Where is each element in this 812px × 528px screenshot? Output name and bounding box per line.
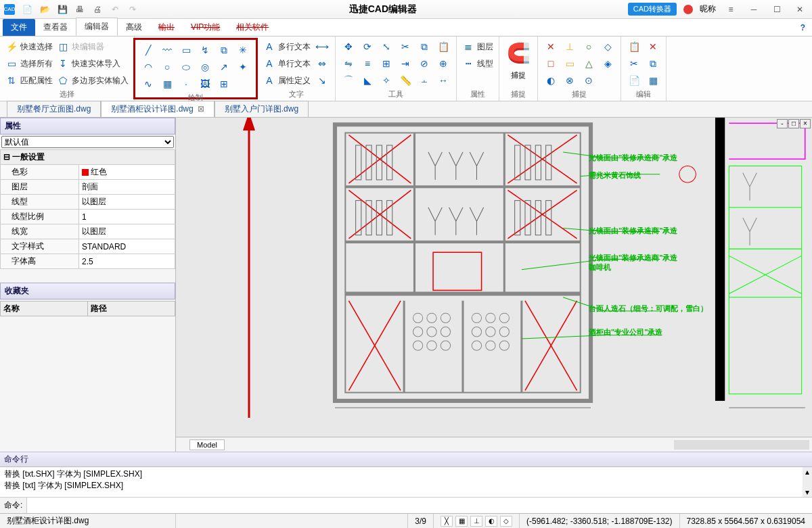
dim-icon[interactable]: ⟷ xyxy=(315,39,330,54)
print-icon[interactable]: 🖨 xyxy=(92,4,103,15)
dwg-tab-0[interactable]: 别墅餐厅立面图.dwg xyxy=(7,101,101,117)
mtext-button[interactable]: A多行文本 xyxy=(263,39,311,54)
fav-col-path[interactable]: 路径 xyxy=(88,302,175,316)
menu-file[interactable]: 文件 xyxy=(3,19,35,36)
canvas-min-icon[interactable]: - xyxy=(777,119,788,128)
close-icon[interactable]: ✕ xyxy=(792,5,808,14)
table-row[interactable]: 线宽以图层 xyxy=(1,224,175,239)
line-icon[interactable]: ╱ xyxy=(141,43,156,57)
measure-icon[interactable]: 📏 xyxy=(398,73,413,88)
osnap-toggle-icon[interactable]: ◇ xyxy=(500,516,512,527)
block-editor-button[interactable]: ◫块编辑器 xyxy=(57,39,129,54)
image-icon[interactable]: 🖼 xyxy=(198,76,212,91)
rotate-icon[interactable]: ⟳ xyxy=(360,39,375,54)
insertblock-icon[interactable]: ⧉ xyxy=(217,43,231,57)
scroll-down-icon[interactable]: ▾ xyxy=(805,487,809,497)
menu-output[interactable]: 输出 xyxy=(150,19,183,36)
polyline-icon[interactable]: ↯ xyxy=(198,43,212,57)
star-icon[interactable]: ✦ xyxy=(235,59,250,74)
help-icon[interactable]: ? xyxy=(800,23,805,32)
table-row[interactable]: 字体高2.5 xyxy=(1,254,175,269)
dim2-icon[interactable]: ⇔ xyxy=(315,56,330,71)
layer-button[interactable]: ≣图层 xyxy=(462,39,493,54)
snap-big-icon[interactable]: 🧲 xyxy=(505,39,532,66)
osnap2-icon[interactable]: ⊥ xyxy=(562,39,577,54)
scale-icon[interactable]: ⤡ xyxy=(379,39,394,54)
open-icon[interactable]: 📂 xyxy=(39,4,50,15)
copy2-icon[interactable]: ⧉ xyxy=(646,56,660,71)
revcloud-icon[interactable]: ∿ xyxy=(141,76,156,91)
menu-related[interactable]: 相关软件 xyxy=(228,19,277,36)
match-attr-button[interactable]: ⇅匹配属性 xyxy=(5,73,53,88)
menu-editor[interactable]: 编辑器 xyxy=(76,18,118,36)
paste2-icon[interactable]: 📄 xyxy=(627,73,641,88)
linetype-button[interactable]: ┅线型 xyxy=(462,56,493,71)
break-icon[interactable]: ⊘ xyxy=(417,56,432,71)
osnap9-icon[interactable]: ◐ xyxy=(543,73,558,88)
minimize-icon[interactable]: ─ xyxy=(746,5,762,14)
ellipse-icon[interactable]: ⬭ xyxy=(179,59,194,74)
table-row[interactable]: 色彩红色 xyxy=(1,165,175,180)
model-tab[interactable]: Model xyxy=(189,439,225,450)
explode-icon[interactable]: ✧ xyxy=(379,73,394,88)
converter-badge[interactable]: CAD转换器 xyxy=(628,3,677,16)
command-input[interactable] xyxy=(27,498,812,513)
osnap7-icon[interactable]: △ xyxy=(581,56,596,71)
prop-category[interactable]: ⊟ 一般设置 xyxy=(1,150,175,165)
new-icon[interactable]: 📄 xyxy=(22,4,32,15)
fav-col-name[interactable]: 名称 xyxy=(1,302,88,316)
canvas-max-icon[interactable]: □ xyxy=(788,119,799,128)
arc-icon[interactable]: ◠ xyxy=(141,59,156,74)
align-icon[interactable]: ⫠ xyxy=(417,73,432,88)
osnap6-icon[interactable]: ▭ xyxy=(562,56,577,71)
rect-icon[interactable]: ▭ xyxy=(179,43,194,57)
copy-icon[interactable]: ⧉ xyxy=(417,39,432,54)
canvas-close-icon[interactable]: × xyxy=(800,119,811,128)
offset-icon[interactable]: ≡ xyxy=(360,56,375,71)
trim-icon[interactable]: ✂ xyxy=(398,39,413,54)
cut-icon[interactable]: ✂ xyxy=(627,56,641,71)
spline-icon[interactable]: 〰 xyxy=(160,43,175,57)
tab-close-icon[interactable]: ⊠ xyxy=(198,104,204,114)
drawing-canvas[interactable]: 光镜面由"装修承造商"承造 需兆米黄石饰线 光镜面由"装修承造商"承造 光镜面由… xyxy=(176,118,812,437)
grid-icon[interactable]: ⊞ xyxy=(217,76,231,91)
extend-icon[interactable]: ⇥ xyxy=(398,56,413,71)
hscrollbar[interactable] xyxy=(674,440,809,450)
fillet-icon[interactable]: ⌒ xyxy=(341,73,356,88)
polar-toggle-icon[interactable]: ◐ xyxy=(485,516,497,527)
menu-vip[interactable]: VIP功能 xyxy=(183,19,228,36)
move-icon[interactable]: ✥ xyxy=(341,39,356,54)
snap-toggle-icon[interactable]: ╳ xyxy=(441,516,453,527)
ring-icon[interactable]: ◎ xyxy=(198,59,212,74)
user-avatar-icon[interactable] xyxy=(683,5,693,14)
scroll-up-icon[interactable]: ▴ xyxy=(805,467,809,477)
paste-icon[interactable]: 📋 xyxy=(436,39,451,54)
grid-toggle-icon[interactable]: ▦ xyxy=(455,516,468,527)
redo-icon[interactable]: ↷ xyxy=(127,4,138,15)
undo-icon[interactable]: ↶ xyxy=(110,4,120,15)
menu-viewer[interactable]: 查看器 xyxy=(35,19,76,36)
table-row[interactable]: 图层剖面 xyxy=(1,180,175,195)
point-icon[interactable]: · xyxy=(179,76,194,91)
ribbon-min-icon[interactable]: ≡ xyxy=(723,5,739,14)
osnap5-icon[interactable]: □ xyxy=(543,56,558,71)
saveas-icon[interactable]: 🖶 xyxy=(74,4,85,15)
osnap10-icon[interactable]: ⊗ xyxy=(562,73,577,88)
edit1-icon[interactable]: 📋 xyxy=(627,39,641,54)
mirror-icon[interactable]: ⇋ xyxy=(341,56,356,71)
ray-icon[interactable]: ↗ xyxy=(217,59,231,74)
gear-icon[interactable]: ✳ xyxy=(235,43,250,57)
ortho-toggle-icon[interactable]: ⊥ xyxy=(470,516,482,527)
attrdef-button[interactable]: A属性定义 xyxy=(263,73,311,88)
chamfer-icon[interactable]: ◣ xyxy=(360,73,375,88)
array-icon[interactable]: ⊞ xyxy=(379,56,394,71)
osnap11-icon[interactable]: ⊙ xyxy=(581,73,596,88)
osnap4-icon[interactable]: ◇ xyxy=(600,39,615,54)
circle-icon[interactable]: ○ xyxy=(160,59,175,74)
hatch-icon[interactable]: ▦ xyxy=(160,76,175,91)
table-row[interactable]: 文字样式STANDARD xyxy=(1,239,175,254)
osnap8-icon[interactable]: ◈ xyxy=(600,56,615,71)
table-row[interactable]: 线型以图层 xyxy=(1,195,175,210)
menu-advanced[interactable]: 高级 xyxy=(118,19,150,36)
pasteblock-icon[interactable]: ▦ xyxy=(646,73,660,88)
